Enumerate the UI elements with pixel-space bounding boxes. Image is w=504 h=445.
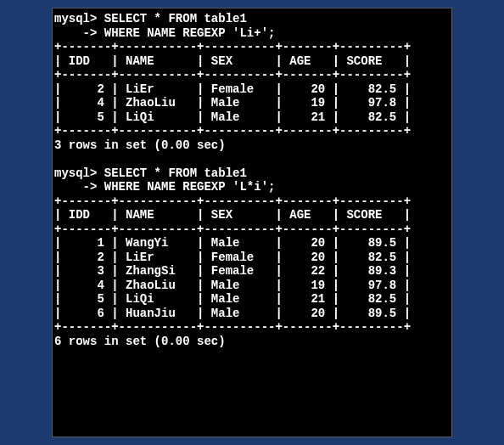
table-header: | IDD | NAME | SEX | AGE | SCORE |	[54, 54, 450, 69]
mysql-terminal: mysql> SELECT * FROM table1 -> WHERE NAM…	[52, 8, 452, 437]
table-separator: +-------+-----------+----------+-------+…	[54, 194, 450, 209]
table-header: | IDD | NAME | SEX | AGE | SCORE |	[54, 208, 450, 222]
table-separator: +-------+-----------+----------+-------+…	[54, 124, 450, 138]
status-line: 6 rows in set (0.00 sec)	[54, 335, 450, 349]
sql-query-line1: mysql> SELECT * FROM table1	[54, 166, 450, 181]
sql-query-line2: -> WHERE NAME REGEXP 'L*i';	[54, 180, 450, 194]
table-row: | 4 | ZhaoLiu | Male | 19 | 97.8 |	[54, 96, 450, 110]
blank-line	[54, 152, 450, 166]
table-row: | 5 | LiQi | Male | 21 | 82.5 |	[54, 110, 450, 125]
table-row: | 2 | LiEr | Female | 20 | 82.5 |	[54, 251, 450, 265]
table-separator: +-------+-----------+----------+-------+…	[54, 320, 450, 335]
table-row: | 1 | WangYi | Male | 20 | 89.5 |	[54, 236, 450, 251]
table-separator: +-------+-----------+----------+-------+…	[54, 222, 450, 237]
table-row: | 5 | LiQi | Male | 21 | 82.5 |	[54, 292, 450, 307]
sql-query-line1: mysql> SELECT * FROM table1	[54, 12, 450, 26]
table-row: | 2 | LiEr | Female | 20 | 82.5 |	[54, 82, 450, 97]
table-row: | 6 | HuanJiu | Male | 20 | 89.5 |	[54, 307, 450, 321]
table-row: | 4 | ZhaoLiu | Male | 19 | 97.8 |	[54, 279, 450, 293]
status-line: 3 rows in set (0.00 sec)	[54, 138, 450, 153]
sql-query-line2: -> WHERE NAME REGEXP 'Li+';	[54, 26, 450, 41]
table-separator: +-------+-----------+----------+-------+…	[54, 40, 450, 54]
table-separator: +-------+-----------+----------+-------+…	[54, 68, 450, 82]
table-row: | 3 | ZhangSi | Female | 22 | 89.3 |	[54, 264, 450, 279]
